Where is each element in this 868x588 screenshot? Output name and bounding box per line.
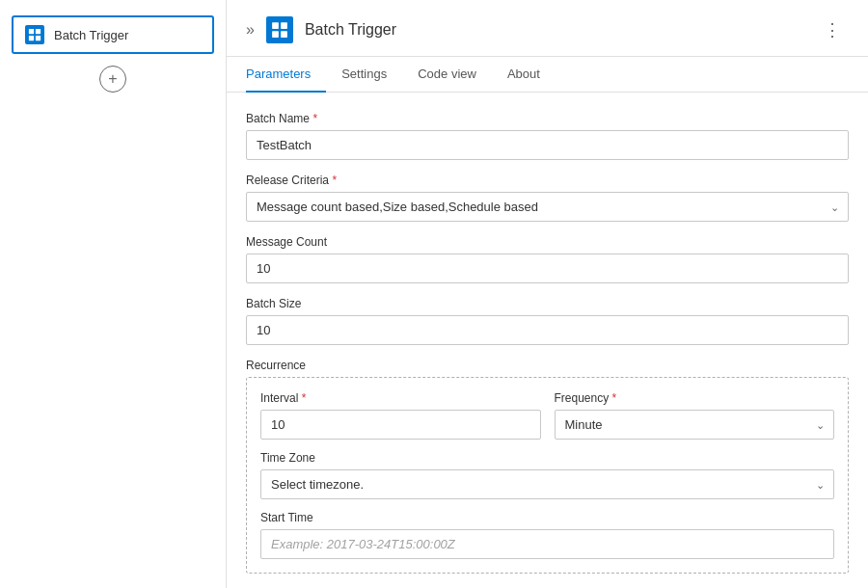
release-criteria-required: * <box>332 174 337 187</box>
svg-rect-2 <box>29 36 34 40</box>
batch-size-input[interactable] <box>246 315 849 345</box>
interval-input[interactable] <box>260 410 541 440</box>
start-time-label: Start Time <box>260 511 834 524</box>
batch-size-field: Batch Size <box>246 297 849 345</box>
batch-size-label: Batch Size <box>246 297 849 310</box>
release-criteria-field: Release Criteria * Message count based,S… <box>246 174 849 222</box>
tab-about[interactable]: About <box>492 57 556 93</box>
frequency-field: Frequency * Minute Hour Day Week Month ⌄ <box>555 391 835 440</box>
batch-name-required: * <box>312 112 317 125</box>
release-criteria-label: Release Criteria * <box>246 174 849 187</box>
tab-code-view[interactable]: Code view <box>402 57 492 93</box>
svg-rect-7 <box>281 31 287 38</box>
sidebar: Batch Trigger + <box>0 0 227 588</box>
interval-label: Interval * <box>260 391 541 405</box>
timezone-select[interactable]: Select timezone. <box>260 469 834 499</box>
svg-rect-3 <box>36 36 41 40</box>
svg-rect-5 <box>281 22 287 29</box>
form-area: Batch Name * Release Criteria * Message … <box>227 93 868 588</box>
timezone-field: Time Zone Select timezone. ⌄ <box>260 451 834 499</box>
frequency-required: * <box>612 391 617 405</box>
batch-name-field: Batch Name * <box>246 112 849 160</box>
message-count-field: Message Count <box>246 235 849 283</box>
timezone-wrapper: Select timezone. ⌄ <box>260 469 834 499</box>
svg-rect-0 <box>29 29 34 34</box>
interval-field: Interval * <box>260 391 541 440</box>
message-count-input[interactable] <box>246 254 849 283</box>
add-icon: + <box>108 70 117 88</box>
release-criteria-select[interactable]: Message count based,Size based,Schedule … <box>246 192 849 222</box>
sidebar-item-batch-trigger[interactable]: Batch Trigger <box>12 15 214 54</box>
release-criteria-wrapper: Message count based,Size based,Schedule … <box>246 192 849 222</box>
batch-trigger-icon <box>25 25 44 44</box>
batch-name-label: Batch Name * <box>246 112 849 125</box>
main-content: » Batch Trigger ⋮ Parameters Settings Co… <box>227 0 868 588</box>
frequency-label: Frequency * <box>555 391 835 405</box>
frequency-wrapper: Minute Hour Day Week Month ⌄ <box>555 410 835 440</box>
header: » Batch Trigger ⋮ <box>227 0 868 57</box>
more-options-icon[interactable]: ⋮ <box>816 15 849 44</box>
frequency-select[interactable]: Minute Hour Day Week Month <box>555 410 835 440</box>
interval-required: * <box>302 391 307 405</box>
header-title: Batch Trigger <box>305 21 804 39</box>
start-time-input[interactable] <box>260 529 834 559</box>
recurrence-label: Recurrence <box>246 359 849 372</box>
tab-parameters[interactable]: Parameters <box>246 57 326 93</box>
add-button[interactable]: + <box>99 66 126 93</box>
recurrence-box: Interval * Frequency * Minute Hour D <box>246 377 849 574</box>
recurrence-section: Recurrence Interval * Frequency * <box>246 359 849 574</box>
svg-rect-4 <box>272 22 279 29</box>
svg-rect-6 <box>272 31 279 38</box>
tab-settings[interactable]: Settings <box>326 57 402 93</box>
tabs-bar: Parameters Settings Code view About <box>227 57 868 93</box>
message-count-label: Message Count <box>246 235 849 249</box>
header-icon <box>266 16 293 43</box>
interval-frequency-row: Interval * Frequency * Minute Hour D <box>260 391 834 440</box>
svg-rect-1 <box>36 29 41 34</box>
batch-name-input[interactable] <box>246 130 849 160</box>
collapse-chevrons[interactable]: » <box>246 21 255 39</box>
timezone-label: Time Zone <box>260 451 834 465</box>
sidebar-item-label: Batch Trigger <box>54 28 128 42</box>
start-time-field: Start Time <box>260 511 834 559</box>
